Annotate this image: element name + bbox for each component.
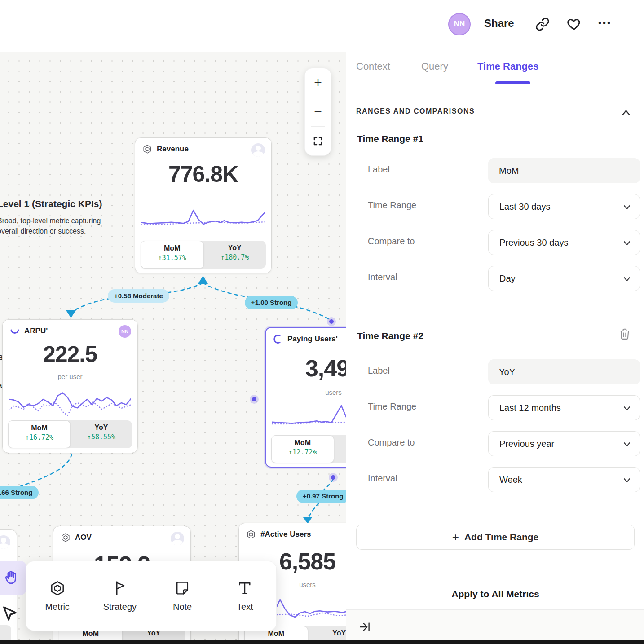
collapse-section-chevron-up-icon[interactable] (622, 109, 630, 115)
segment-yoy[interactable]: YoY ↑58.55% (71, 420, 132, 448)
field-label: Time Range (368, 200, 416, 211)
toolbar-metric-button[interactable]: Metric (26, 561, 88, 631)
card-title: Revenue (157, 145, 189, 154)
tab-context[interactable]: Context (356, 61, 390, 72)
flag-icon (112, 580, 128, 596)
metric-hexagon-icon (49, 580, 66, 596)
more-menu-icon[interactable]: ••• (598, 18, 612, 28)
tab-query[interactable]: Query (421, 61, 448, 72)
interval-select[interactable]: Day (488, 266, 640, 291)
chevron-down-icon (623, 240, 631, 246)
panel-footer (346, 609, 644, 644)
field-label: Interval (368, 272, 397, 282)
canvas-zoom-controls: + − (304, 68, 331, 156)
apply-to-all-metrics-button[interactable]: Apply to All Metrics (346, 589, 644, 600)
loading-arc-icon (10, 326, 20, 336)
compare-to-select[interactable]: Previous 30 days (488, 230, 640, 255)
note-title: Level 1 (Strategic KPIs) (0, 198, 102, 209)
chevron-down-icon (623, 204, 631, 210)
card-title: ARPU' (24, 326, 48, 335)
collapse-panel-icon[interactable] (359, 621, 371, 633)
field-label: Compare to (368, 236, 415, 247)
segment-mom[interactable]: MoM ↑12.72% (271, 435, 334, 463)
correlation-badge: +1.00 Strong (245, 296, 298, 309)
hand-tool-button[interactable] (0, 561, 26, 595)
sparkline-chart (272, 402, 346, 432)
label-input[interactable] (488, 158, 640, 183)
section-header: RANGES AND COMPARISONS (356, 107, 475, 115)
metric-value: 776.8K (135, 161, 271, 187)
range-toggle: MoM ↑16.72% YoY ↑58.55% (8, 420, 132, 448)
connection-handle[interactable] (252, 397, 256, 401)
metric-card-paying-users[interactable]: Paying Users' 3,495 users MoM ↑12.72% Yo… (265, 327, 346, 468)
field-label: Interval (368, 473, 397, 484)
fullscreen-icon (313, 136, 323, 146)
metric-tree-canvas[interactable]: +0.58 Moderate +1.00 Strong +0.66 Strong… (0, 52, 346, 644)
delete-trash-icon[interactable] (618, 328, 631, 340)
metric-card-arpu[interactable]: ARPU' NN 222.5 per user MoM ↑16.72% YoY … (2, 319, 138, 453)
metric-unit: per user (3, 373, 137, 380)
share-button[interactable]: Share (484, 17, 514, 30)
toolbar-text-button[interactable]: Text (214, 561, 276, 631)
time-range-1-title: Time Range #1 (357, 133, 423, 144)
time-range-select[interactable]: Last 30 days (488, 194, 640, 219)
card-title: #Active Users (260, 530, 311, 539)
chevron-down-icon (623, 276, 631, 282)
clipped-text-fragment: a (0, 381, 2, 389)
divider (346, 567, 644, 567)
zoom-in-button[interactable]: + (305, 68, 331, 97)
metric-hexagon-icon (246, 529, 256, 539)
chevron-down-icon (623, 441, 631, 447)
time-range-2-title: Time Range #2 (357, 331, 423, 341)
field-label: Label (368, 164, 390, 175)
fit-to-screen-button[interactable] (305, 127, 331, 155)
toolbar-note-button[interactable]: Note (151, 561, 214, 631)
metric-value: 3,495 (266, 355, 346, 382)
window-bottom-edge (0, 640, 644, 644)
metric-hexagon-icon (61, 533, 71, 543)
metric-unit: users (266, 388, 346, 396)
favorite-heart-icon[interactable] (567, 17, 581, 31)
card-title: Paying Users' (287, 335, 338, 344)
connection-handle[interactable] (331, 475, 335, 480)
metric-card-revenue[interactable]: Revenue 776.8K MoM ↑31.57% YoY ↑180.7% (135, 137, 272, 273)
metric-hexagon-icon (142, 144, 152, 154)
metric-value: 222.5 (3, 341, 137, 367)
add-time-range-button[interactable]: + Add Time Range (356, 525, 635, 550)
field-label: Time Range (368, 401, 416, 412)
arrowhead-up (198, 276, 208, 284)
note-icon (174, 580, 190, 596)
compare-to-select[interactable]: Previous year (488, 431, 640, 456)
correlation-badge: +0.66 Strong (0, 486, 39, 499)
correlation-badge: +0.97 Strong (296, 490, 346, 503)
link-icon[interactable] (535, 17, 550, 31)
sparkline-chart (141, 205, 265, 233)
field-label: Compare to (368, 437, 415, 448)
segment-yoy[interactable]: YoY (334, 435, 346, 463)
interval-select[interactable]: Week (488, 467, 640, 492)
avatar[interactable]: NN (448, 13, 471, 35)
text-icon (237, 580, 253, 596)
hand-icon (3, 569, 20, 587)
toolbar-strategy-button[interactable]: Strategy (88, 561, 151, 631)
segment-mom[interactable]: MoM ↑31.57% (141, 241, 204, 269)
sparkline-chart (9, 385, 131, 421)
chevron-down-icon (623, 477, 631, 483)
zoom-out-button[interactable]: − (305, 97, 331, 126)
label-input[interactable] (488, 359, 640, 384)
select-tool-button[interactable] (0, 596, 25, 631)
note-body: Broad, top-level metric capturing overal… (0, 216, 110, 236)
time-range-select[interactable]: Last 12 months (488, 395, 640, 420)
correlation-badge: +0.58 Moderate (108, 289, 169, 303)
tab-time-ranges[interactable]: Time Ranges (477, 61, 539, 72)
cursor-icon (0, 604, 19, 623)
segment-yoy[interactable]: YoY ↑180.7% (204, 241, 266, 269)
owner-avatar (171, 532, 184, 545)
range-toggle: MoM ↑31.57% YoY ↑180.7% (141, 241, 266, 269)
connection-handle[interactable] (329, 319, 334, 324)
settings-panel: Context Query Time Ranges RANGES AND COM… (346, 52, 644, 644)
segment-mom[interactable]: MoM ↑16.72% (8, 420, 71, 448)
top-header: NN Share ••• (0, 0, 644, 52)
card-title: AOV (75, 533, 92, 542)
field-label: Label (368, 366, 390, 376)
